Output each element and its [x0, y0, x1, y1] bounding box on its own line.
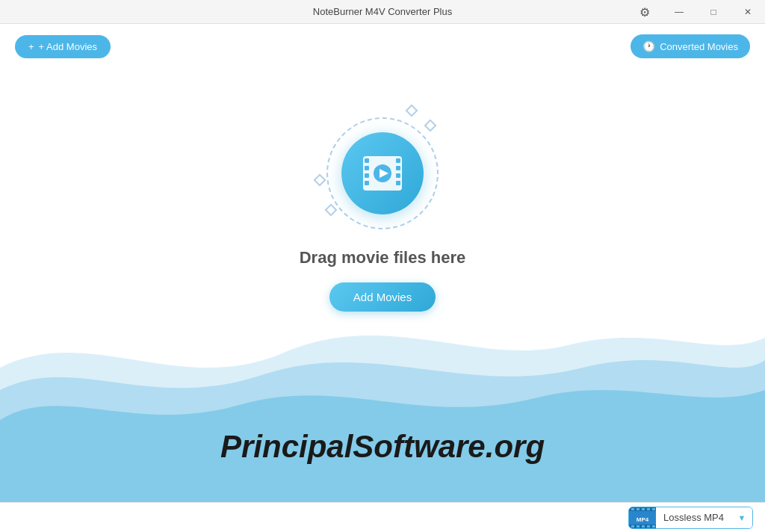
film-circle: [341, 132, 424, 214]
diamond-decoration-2: [424, 120, 436, 132]
chevron-down-icon: ▼: [738, 513, 746, 522]
svg-rect-1: [365, 158, 369, 163]
svg-rect-4: [365, 181, 369, 185]
bottom-bar: MP4 Lossless MP4 ▼: [0, 502, 765, 532]
converted-movies-button[interactable]: 🕐 Converted Movies: [631, 34, 750, 58]
window-controls: — □ ✕: [662, 0, 765, 24]
svg-rect-18: [652, 508, 655, 510]
minimize-button[interactable]: —: [662, 0, 696, 24]
film-strip-icon: [359, 153, 406, 194]
add-movies-center-button[interactable]: Add Movies: [329, 282, 436, 312]
icon-container: [323, 114, 442, 233]
svg-text:MP4: MP4: [637, 516, 649, 523]
svg-rect-17: [647, 508, 650, 510]
add-movies-button[interactable]: + + Add Movies: [15, 35, 111, 58]
svg-rect-5: [396, 158, 400, 163]
format-icon: MP4: [629, 507, 656, 528]
svg-rect-2: [365, 166, 369, 170]
svg-rect-16: [642, 508, 645, 510]
format-label: Lossless MP4: [656, 507, 731, 528]
svg-rect-6: [396, 166, 400, 170]
maximize-button[interactable]: □: [696, 0, 731, 24]
drag-text: Drag movie files here: [300, 248, 466, 267]
title-bar: NoteBurner M4V Converter Plus ⚙ — □ ✕: [0, 0, 765, 24]
svg-rect-20: [637, 525, 639, 528]
wave-background: [0, 308, 765, 502]
svg-rect-14: [631, 508, 634, 510]
toolbar: + + Add Movies 🕐 Converted Movies: [0, 24, 765, 69]
svg-rect-15: [637, 508, 639, 510]
watermark-text: PrincipalSoftware.org: [220, 429, 545, 465]
svg-rect-21: [642, 525, 645, 528]
app-title: NoteBurner M4V Converter Plus: [313, 6, 452, 17]
add-movies-center-label: Add Movies: [353, 291, 412, 303]
svg-rect-7: [396, 173, 400, 178]
clock-icon: 🕐: [642, 40, 655, 52]
maximize-icon: □: [710, 7, 716, 17]
gear-icon: ⚙: [639, 5, 650, 19]
svg-rect-22: [647, 525, 650, 528]
plus-icon: +: [28, 41, 34, 52]
minimize-icon: —: [675, 7, 684, 17]
format-selector[interactable]: MP4 Lossless MP4 ▼: [628, 507, 753, 529]
svg-rect-19: [631, 525, 634, 528]
svg-rect-8: [396, 181, 400, 185]
diamond-decoration-3: [324, 204, 337, 217]
diamond-decoration-4: [313, 174, 326, 187]
drop-zone[interactable]: Drag movie files here Add Movies: [300, 69, 466, 312]
svg-rect-3: [365, 173, 369, 178]
settings-button[interactable]: ⚙: [628, 0, 662, 24]
diamond-decoration-1: [405, 105, 418, 117]
main-content: Drag movie files here Add Movies Princip…: [0, 69, 765, 532]
add-movies-label: + Add Movies: [39, 41, 97, 52]
close-icon: ✕: [744, 7, 752, 17]
converted-movies-label: Converted Movies: [660, 41, 738, 52]
format-dropdown-arrow[interactable]: ▼: [731, 507, 752, 528]
svg-rect-23: [652, 525, 655, 528]
close-button[interactable]: ✕: [731, 0, 765, 24]
